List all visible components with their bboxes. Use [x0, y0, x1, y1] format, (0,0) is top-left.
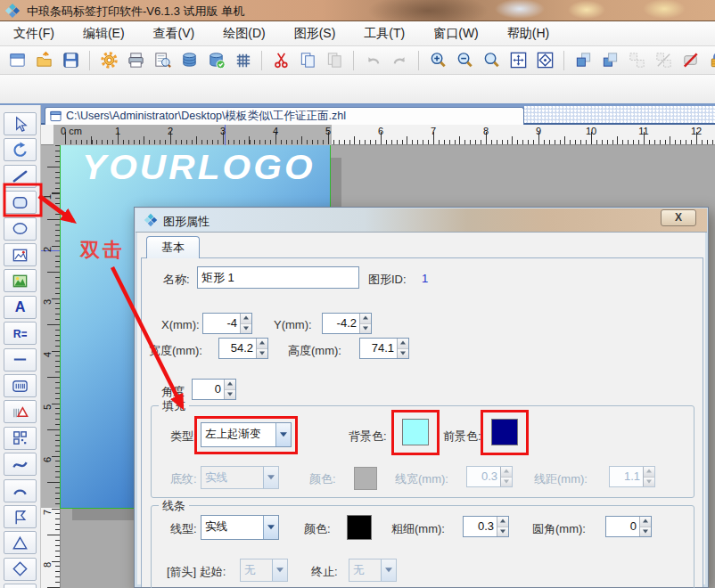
save-button[interactable]: [60, 50, 81, 71]
angle-spinner[interactable]: 0: [192, 379, 236, 400]
line-color-label: 颜色:: [304, 521, 331, 537]
h-ruler-number: 11: [638, 126, 648, 136]
zoom-out-button[interactable]: [454, 50, 475, 71]
parallelogram-tool[interactable]: [4, 584, 37, 588]
barcode-error-tool[interactable]: [4, 400, 37, 423]
group-icon: [628, 51, 646, 69]
name-input[interactable]: 矩形 1: [197, 266, 359, 289]
dialog-titlebar[interactable]: 图形属性: [136, 208, 707, 233]
lock-object-button[interactable]: [706, 50, 715, 71]
height-spinner[interactable]: 74.1: [359, 338, 409, 359]
open-file-icon: [35, 51, 53, 69]
picture-tool[interactable]: [4, 269, 37, 292]
menu-item-6[interactable]: 窗口(W): [425, 23, 487, 45]
fit-window-icon: [509, 51, 528, 69]
window-titlebar[interactable]: 中琅条码标签打印软件-V6.1.3 试用版 单机: [0, 0, 715, 21]
window-title: 中琅条码标签打印软件-V6.1.3 试用版 单机: [27, 4, 244, 20]
spin-up-icon[interactable]: [257, 339, 267, 349]
qrcode-tool[interactable]: [4, 427, 37, 450]
lock-object-icon: [708, 51, 715, 69]
rich-text-tool[interactable]: R: [4, 322, 37, 345]
rounded-rect-tool[interactable]: [4, 191, 37, 214]
print-button[interactable]: [125, 50, 146, 71]
database-check-icon: [207, 51, 226, 69]
spin-up-icon[interactable]: [241, 314, 251, 324]
logo-text-object[interactable]: YOURLOGO: [82, 148, 316, 187]
triangle-tool: [11, 534, 29, 552]
arc-tool: [11, 481, 29, 500]
toolbar-separator: [261, 51, 262, 70]
width-spinner[interactable]: 54.2: [218, 338, 268, 359]
diamond-tool[interactable]: [4, 558, 37, 581]
zoom-button[interactable]: [481, 50, 502, 71]
spin-down-icon[interactable]: [497, 527, 508, 537]
settings-gear-button[interactable]: [98, 50, 119, 71]
tab-basic[interactable]: 基本: [146, 236, 200, 258]
x-spinner[interactable]: -4: [202, 313, 252, 334]
h-ruler-number: 5: [325, 126, 331, 136]
fit-selection-icon: [536, 51, 555, 69]
line-color-swatch[interactable]: [347, 515, 372, 540]
spin-down-icon[interactable]: [225, 390, 235, 400]
corner-radius-spinner[interactable]: 0: [605, 516, 652, 537]
cut-button[interactable]: [270, 50, 292, 71]
spin-down-icon[interactable]: [398, 349, 408, 359]
line-thickness-spinner[interactable]: 0.3: [463, 516, 509, 537]
menu-item-7[interactable]: 帮助(H): [499, 23, 557, 45]
line-tool[interactable]: [4, 165, 37, 188]
copy-button[interactable]: [297, 50, 318, 71]
open-file-button[interactable]: [33, 50, 54, 71]
spin-up-icon[interactable]: [225, 380, 235, 390]
spin-down-icon[interactable]: [360, 324, 371, 334]
annotation-box-bg-color: [391, 410, 440, 455]
spin-down-icon[interactable]: [640, 527, 651, 537]
database-check-button[interactable]: [205, 50, 226, 71]
document-tab[interactable]: C:\Users\Administrator\Desktop\模板类似\工作证正…: [45, 107, 524, 125]
spin-up-icon[interactable]: [497, 517, 508, 527]
chevron-down-icon: [381, 559, 396, 581]
ellipse-tool[interactable]: [4, 217, 37, 241]
bring-front-button[interactable]: [572, 50, 594, 71]
zoom-in-button[interactable]: [427, 50, 448, 71]
copy-icon: [299, 51, 317, 69]
y-spinner[interactable]: -4.2: [322, 313, 372, 334]
menu-item-5[interactable]: 工具(T): [356, 23, 413, 45]
print-icon: [127, 51, 145, 69]
annotation-box-fill-type: [194, 416, 298, 454]
rotate-tool[interactable]: [4, 138, 37, 161]
hline-tool[interactable]: [4, 348, 37, 372]
arrow-start-dropdown: 无: [240, 559, 288, 582]
image-tool[interactable]: [4, 243, 37, 266]
barcode-tool[interactable]: [4, 374, 37, 397]
spin-down-icon[interactable]: [241, 324, 251, 334]
dialog-close-button[interactable]: X: [661, 209, 696, 226]
send-back-button[interactable]: [599, 50, 620, 71]
text-tool[interactable]: A: [4, 296, 37, 319]
fit-window-button[interactable]: [507, 50, 529, 71]
menu-item-1[interactable]: 编辑(E): [75, 23, 133, 45]
chevron-down-icon[interactable]: [263, 516, 278, 539]
new-doc-icon: [8, 51, 27, 69]
line-type-dropdown[interactable]: 实线: [201, 515, 279, 540]
grid-button[interactable]: [232, 50, 253, 71]
spin-up-icon[interactable]: [360, 314, 371, 324]
fit-selection-button[interactable]: [534, 50, 555, 71]
menu-item-3[interactable]: 绘图(D): [215, 23, 273, 45]
menu-item-4[interactable]: 图形(S): [286, 23, 344, 45]
arc-tool[interactable]: [4, 479, 37, 502]
database-button[interactable]: [178, 50, 200, 71]
spin-down-icon[interactable]: [257, 349, 267, 359]
menu-item-2[interactable]: 查看(V): [145, 23, 203, 45]
new-doc-button[interactable]: [6, 50, 28, 71]
triangle-tool[interactable]: [4, 531, 37, 554]
spin-up-icon[interactable]: [398, 339, 408, 349]
curve-tool[interactable]: [4, 453, 37, 476]
rounded-rect-tool: [11, 193, 29, 212]
spin-up-icon[interactable]: [640, 517, 651, 527]
polygon-tool[interactable]: [4, 505, 37, 528]
menu-item-0[interactable]: 文件(F): [5, 23, 62, 45]
fill-group-legend: 填充: [159, 398, 189, 414]
print-preview-button[interactable]: [152, 50, 173, 71]
select-tool[interactable]: [4, 112, 37, 135]
hide-object-button[interactable]: [679, 50, 701, 71]
